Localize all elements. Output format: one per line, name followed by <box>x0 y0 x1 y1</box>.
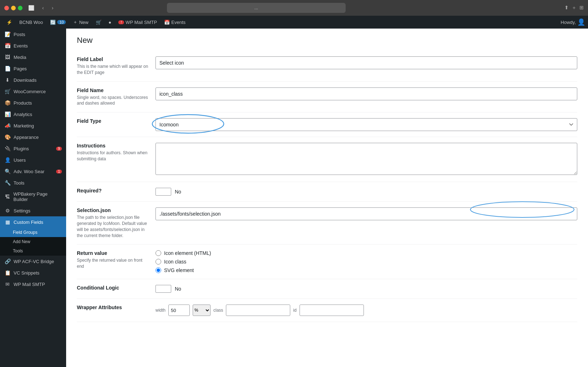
sidebar-item-analytics[interactable]: 📊 Analytics <box>0 109 66 120</box>
main-content: New Field Label This is the name which w… <box>66 29 588 367</box>
field-type-title: Field Type <box>77 118 148 124</box>
return-value-label-svg: SVG element <box>164 267 194 273</box>
field-name-title: Field Name <box>77 87 148 93</box>
sidebar-item-wpbakery[interactable]: 🏗 WPBakery Page Builder <box>0 188 66 205</box>
sidebar-label-wp-mail-smtp: WP Mail SMTP <box>14 282 45 287</box>
conditional-logic-toggle[interactable] <box>155 285 171 293</box>
wrapper-class-input[interactable] <box>226 305 290 316</box>
return-value-radio-svg[interactable] <box>155 267 161 273</box>
admin-bar-woo[interactable]: 🛒 <box>92 16 105 29</box>
sidebar-item-products[interactable]: 📦 Products <box>0 97 66 109</box>
wrapper-width-input[interactable] <box>168 305 190 316</box>
traffic-lights <box>4 6 23 10</box>
label-col-field-name: Field Name Single word, no spaces. Under… <box>77 81 155 112</box>
return-value-option-class[interactable]: Icon class <box>155 259 577 265</box>
field-name-desc: Single word, no spaces. Underscores and … <box>77 95 148 107</box>
url-text: ... <box>255 5 258 10</box>
required-toggle[interactable] <box>155 188 171 196</box>
required-toggle-row: No <box>155 188 577 196</box>
sidebar-item-wp-acf-vc[interactable]: 🔗 WP ACF-VC Bridge <box>0 256 66 267</box>
adv-woo-badge: 1 <box>56 170 62 174</box>
admin-bar-mail[interactable]: ! WP Mail SMTP <box>115 16 160 29</box>
return-value-radio-class[interactable] <box>155 259 161 265</box>
sidebar-item-vc-snippets[interactable]: 📋 VC Snippets <box>0 267 66 278</box>
new-tab-icon[interactable]: ＋ <box>572 5 577 11</box>
sidebar-item-marketing[interactable]: 📣 Marketing <box>0 120 66 131</box>
vc-snippets-icon: 📋 <box>4 270 11 276</box>
admin-bar-dot: ● <box>105 16 115 29</box>
address-bar[interactable]: ... <box>167 3 346 13</box>
sidebar-label-analytics: Analytics <box>14 112 32 117</box>
label-col-field-label: Field Label This is the name which will … <box>77 51 155 81</box>
sidebar-label-wpbakery: WPBakery Page Builder <box>13 191 62 202</box>
products-icon: 📦 <box>4 100 11 106</box>
page-header: New <box>77 36 577 45</box>
content-area: New Field Label This is the name which w… <box>66 29 588 367</box>
form-row-field-name: Field Name Single word, no spaces. Under… <box>77 81 577 112</box>
input-col-field-type: Icomoon Text Textarea Number Email URL <box>155 112 577 137</box>
plugins-icon: 🔌 <box>4 146 11 151</box>
field-type-select-wrapper: Icomoon Text Textarea Number Email URL <box>155 118 577 131</box>
instructions-title: Instructions <box>77 143 148 149</box>
sidebar-item-events[interactable]: 📅 Events <box>0 40 66 51</box>
conditional-logic-toggle-row: No <box>155 285 577 293</box>
sidebar-item-settings[interactable]: ⚙ Settings <box>0 205 66 216</box>
sidebar-item-users[interactable]: 👤 Users <box>0 154 66 166</box>
admin-bar-wp-logo[interactable]: ⚡ <box>3 16 16 29</box>
form-row-instructions: Instructions Instructions for authors. S… <box>77 137 577 182</box>
sidebar-item-media[interactable]: 🖼 Media <box>0 51 66 63</box>
sidebar-label-custom-fields: Custom Fields <box>14 220 43 225</box>
sidebar-item-posts[interactable]: 📝 Posts <box>0 29 66 40</box>
wrapper-class-label: class <box>213 308 223 313</box>
selection-json-input[interactable] <box>155 207 577 220</box>
page-title: New <box>77 36 93 45</box>
input-col-conditional-logic: No <box>155 279 577 299</box>
admin-bar-events[interactable]: 📅 Events <box>160 16 189 29</box>
settings-icon: ⚙ <box>4 208 11 213</box>
sidebar-label-media: Media <box>14 55 26 60</box>
sidebar-item-wp-mail-smtp[interactable]: ✉ WP Mail SMTP <box>0 278 66 290</box>
sidebar-item-field-groups[interactable]: Field Groups <box>0 228 66 237</box>
sidebar-item-downloads[interactable]: ⬇ Downloads <box>0 74 66 86</box>
sidebar-item-custom-fields[interactable]: ▦ Custom Fields <box>0 216 66 228</box>
admin-bar-new[interactable]: ＋ New <box>69 16 92 29</box>
maximize-button[interactable] <box>18 6 23 10</box>
sidebar: 📝 Posts 📅 Events 🖼 Media 📄 Pages ⬇ Downl… <box>0 29 66 367</box>
admin-bar-site-name[interactable]: BCNB Woo <box>16 16 46 29</box>
sidebar-item-woocommerce[interactable]: 🛒 WooCommerce <box>0 86 66 97</box>
field-type-select[interactable]: Icomoon Text Textarea Number Email URL <box>155 118 577 131</box>
sidebar-label-plugins: Plugins <box>14 146 29 151</box>
tabs-icon[interactable]: ⊞ <box>579 5 584 11</box>
sidebar-item-tools-sub[interactable]: Tools <box>0 246 66 256</box>
sidebar-item-tools[interactable]: 🔧 Tools <box>0 177 66 188</box>
form-row-selection-json: Selection.json The path to the selection… <box>77 202 577 245</box>
input-col-required: No <box>155 182 577 202</box>
sidebar-item-adv-woo[interactable]: 🔍 Adv. Woo Sear 1 <box>0 166 66 177</box>
wrapper-unit-select[interactable]: % px <box>193 305 211 316</box>
new-label: New <box>79 20 88 25</box>
mail-badge: ! <box>118 20 124 24</box>
forward-button[interactable]: › <box>50 4 56 11</box>
close-button[interactable] <box>4 6 9 10</box>
return-value-option-svg[interactable]: SVG element <box>155 267 577 273</box>
minimize-button[interactable] <box>11 6 16 10</box>
sidebar-item-add-new[interactable]: Add New <box>0 237 66 246</box>
admin-bar-updates[interactable]: 🔄 10 <box>46 16 69 29</box>
sidebar-item-pages[interactable]: 📄 Pages <box>0 63 66 74</box>
sidebar-item-plugins[interactable]: 🔌 Plugins 9 <box>0 143 66 154</box>
sidebar-toggle[interactable]: ⬜ <box>26 4 36 11</box>
instructions-textarea[interactable] <box>155 143 577 175</box>
wrapper-id-input[interactable] <box>300 305 364 316</box>
return-value-option-html[interactable]: Icon element (HTML) <box>155 250 577 256</box>
field-name-input[interactable] <box>155 87 577 100</box>
sidebar-item-appearance[interactable]: 🎨 Appearance <box>0 131 66 143</box>
input-col-wrapper-attributes: width % px class id <box>155 299 577 322</box>
wp-acf-vc-icon: 🔗 <box>4 258 11 264</box>
label-col-conditional-logic: Conditional Logic <box>77 279 155 299</box>
back-button[interactable]: ‹ <box>40 4 46 11</box>
calendar-icon: 📅 <box>164 20 170 25</box>
return-value-label-html: Icon element (HTML) <box>164 250 211 256</box>
field-label-input[interactable] <box>155 56 577 69</box>
share-icon[interactable]: ⬆ <box>564 5 569 11</box>
return-value-radio-html[interactable] <box>155 250 161 256</box>
